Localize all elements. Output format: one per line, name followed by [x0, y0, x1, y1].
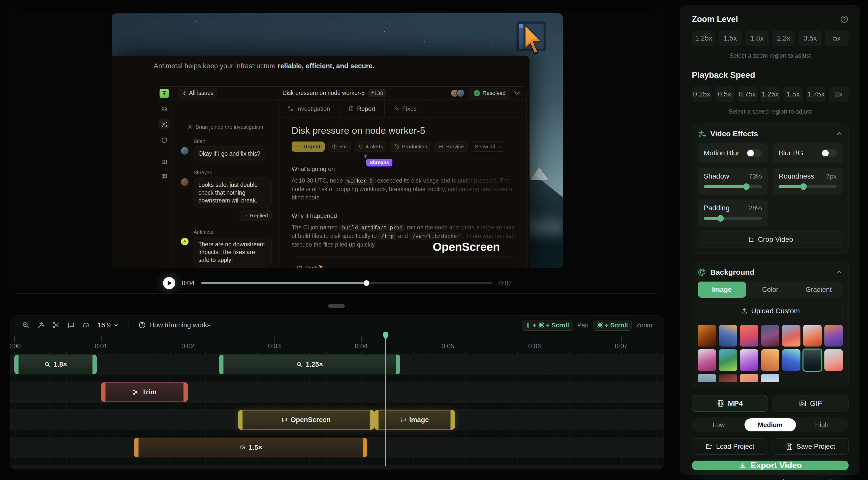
speed-option-button[interactable]: 0.5x — [715, 87, 735, 102]
load-project-button[interactable]: Load Project — [692, 439, 768, 454]
seek-knob[interactable] — [364, 280, 369, 286]
clip-handle-right[interactable] — [370, 410, 374, 430]
report-bug-link[interactable]: Report Bug — [707, 478, 750, 480]
issue-badge[interactable]: Production — [390, 141, 431, 151]
save-project-button[interactable]: Save Project — [773, 439, 848, 454]
all-issues-button[interactable]: All issues — [178, 88, 218, 99]
inbox-icon[interactable] — [161, 106, 167, 112]
shield-icon[interactable] — [161, 137, 167, 143]
issue-badge[interactable]: 4 alerts — [354, 141, 387, 151]
background-swatch[interactable] — [740, 374, 758, 382]
crop-video-button[interactable]: Crop Video — [698, 231, 843, 248]
quality-medium[interactable]: Medium — [744, 418, 796, 432]
issue-badge[interactable]: Service — [434, 141, 468, 151]
upload-custom-button[interactable]: Upload Custom — [698, 303, 843, 319]
background-swatch[interactable] — [719, 349, 737, 371]
comment-icon[interactable] — [161, 173, 167, 179]
speed-option-button[interactable]: 2x — [829, 87, 848, 102]
background-swatch[interactable] — [761, 325, 779, 346]
zoom-option-button[interactable]: 1.25x — [692, 31, 715, 46]
timeline-lane-zoom[interactable]: 1.8×1.25× — [10, 354, 664, 375]
clip-handle-left[interactable] — [14, 354, 19, 374]
background-swatch[interactable] — [740, 325, 758, 346]
background-swatch[interactable] — [698, 325, 716, 346]
magnifier-plus-icon[interactable] — [22, 321, 30, 329]
tab-report[interactable]: Report — [340, 100, 384, 117]
timeline-ruler[interactable]: 0:000:010:020:030:040:050:060:07 — [10, 335, 664, 354]
background-swatch[interactable] — [761, 374, 779, 382]
play-button[interactable] — [163, 277, 175, 289]
seek-bar[interactable] — [201, 282, 493, 284]
show-all-badge[interactable]: Show all — [471, 141, 505, 151]
clip-text[interactable]: Image — [374, 410, 455, 430]
roundness-slider[interactable] — [778, 185, 837, 188]
zoom-option-button[interactable]: 3.5x — [799, 31, 822, 46]
clip-text[interactable]: OpenScreen — [238, 410, 374, 430]
scan-icon[interactable] — [159, 119, 169, 130]
comment-icon[interactable] — [67, 321, 75, 329]
zoom-option-button[interactable]: 1.8x — [745, 31, 769, 46]
zoom-option-button[interactable]: 2.2x — [772, 31, 796, 46]
shadow-slider[interactable] — [704, 185, 762, 188]
issue-badge[interactable]: Urgent — [291, 141, 324, 151]
chevron-up-icon[interactable] — [836, 269, 843, 276]
clip-handle-right[interactable] — [363, 438, 367, 457]
background-swatch[interactable] — [719, 374, 737, 382]
clip-zoom[interactable]: 1.8× — [14, 354, 97, 374]
background-swatch[interactable] — [782, 349, 801, 371]
speed-option-button[interactable]: 1.75x — [806, 87, 826, 102]
quality-high[interactable]: High — [796, 418, 847, 432]
link-icon[interactable] — [515, 90, 521, 97]
clip-handle-left[interactable] — [238, 410, 242, 430]
replied-chip[interactable]: Replied — [239, 210, 272, 220]
clip-speed[interactable]: 1.5× — [134, 438, 367, 457]
motion-blur-toggle[interactable] — [746, 149, 762, 157]
blur-bg-toggle[interactable] — [821, 149, 837, 157]
how-trimming-works-link[interactable]: How trimming works — [138, 321, 211, 329]
star-github-link[interactable]: Star on GitHub — [780, 478, 834, 480]
tab-investigation[interactable]: Investigation — [279, 100, 340, 117]
background-swatch[interactable] — [825, 349, 843, 371]
speed-option-button[interactable]: 1.25x — [761, 87, 780, 102]
zoom-option-button[interactable]: 5x — [825, 31, 848, 46]
background-swatch[interactable] — [740, 349, 758, 371]
background-tab-image[interactable]: Image — [698, 281, 746, 298]
background-swatch[interactable] — [761, 349, 779, 371]
clip-handle-right[interactable] — [93, 354, 97, 374]
background-swatch[interactable] — [782, 325, 801, 346]
format-gif-button[interactable]: GIF — [773, 395, 848, 412]
issue-badge[interactable]: 5m — [328, 141, 351, 151]
timeline-playhead[interactable] — [385, 339, 386, 466]
background-tab-color[interactable]: Color — [746, 281, 795, 298]
wand-icon[interactable] — [37, 321, 44, 329]
gauge-icon[interactable] — [83, 321, 90, 329]
speed-option-button[interactable]: 1.5x — [783, 87, 803, 102]
background-tab-gradient[interactable]: Gradient — [795, 281, 843, 298]
clip-handle-right[interactable] — [184, 382, 188, 402]
aspect-ratio-select[interactable]: 16:9 — [97, 321, 119, 329]
zoom-option-button[interactable]: 1.5x — [718, 31, 742, 46]
book-icon[interactable] — [161, 159, 167, 166]
speed-option-button[interactable]: 0.25x — [692, 87, 712, 102]
tab-fixes[interactable]: Fixes — [384, 100, 426, 117]
background-swatch[interactable] — [698, 374, 716, 382]
clip-handle-right[interactable] — [451, 410, 455, 430]
help-icon[interactable] — [840, 15, 848, 24]
background-swatch[interactable] — [825, 325, 843, 346]
format-mp4-button[interactable]: MP4 — [692, 395, 768, 412]
scissors-icon[interactable] — [52, 321, 60, 329]
chevron-up-icon[interactable] — [836, 130, 843, 137]
clip-handle-left[interactable] — [219, 354, 223, 374]
padding-slider[interactable] — [704, 217, 762, 219]
clip-zoom[interactable]: 1.25× — [219, 354, 400, 374]
clip-handle-left[interactable] — [101, 382, 105, 402]
speed-option-button[interactable]: 0.75x — [738, 87, 757, 102]
status-badge[interactable]: Resolved — [469, 88, 510, 99]
timeline-lane-trim[interactable]: Trim — [10, 381, 664, 403]
panel-resize-handle[interactable] — [328, 304, 345, 308]
timeline-lane-speed[interactable]: 1.5× — [10, 437, 664, 458]
clip-handle-left[interactable] — [374, 410, 378, 430]
quality-low[interactable]: Low — [693, 418, 744, 432]
timeline-lane-text[interactable]: OpenScreenImage — [10, 409, 664, 431]
clip-handle-right[interactable] — [396, 354, 400, 374]
